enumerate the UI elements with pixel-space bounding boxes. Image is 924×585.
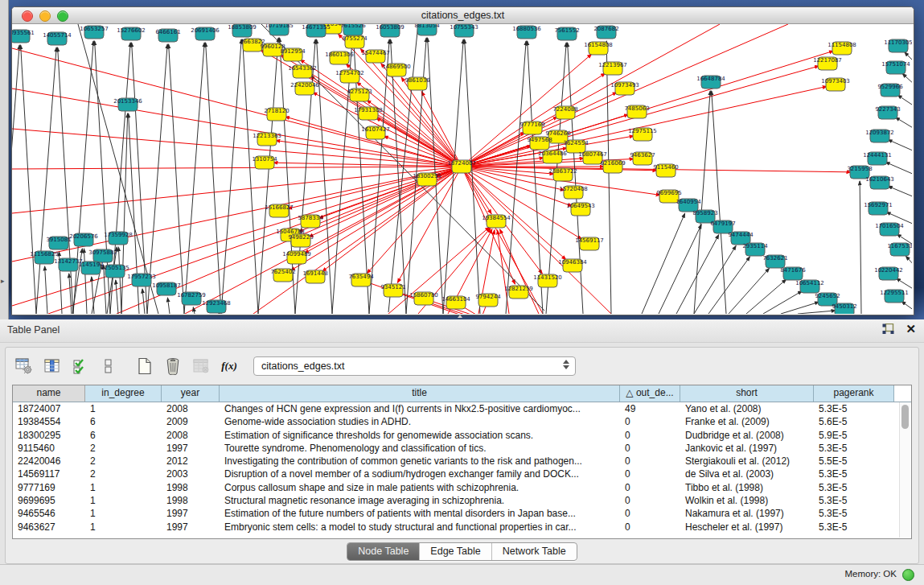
column-header-title[interactable]: title [220, 385, 620, 402]
graph-node[interactable]: 7625402 [270, 269, 295, 282]
graph-node[interactable]: 15166827 [265, 204, 294, 217]
graph-node[interactable]: 10946384 [558, 259, 587, 272]
graph-node[interactable]: 4275123 [347, 89, 372, 101]
graph-node[interactable]: 8755274 [342, 35, 368, 48]
graph-node[interactable]: 18935561 [12, 30, 35, 43]
close-window-button[interactable] [22, 10, 33, 22]
graph-node[interactable]: 9227343 [875, 106, 900, 119]
table-row[interactable]: 2242004622012Investigating the contribut… [13, 455, 911, 468]
graph-node[interactable]: 15474467 [361, 50, 390, 63]
table-row[interactable]: 911546021997Tourette syndrome. Phenomeno… [13, 442, 911, 455]
graph-node[interactable]: 9794244 [475, 294, 501, 307]
graph-node[interactable]: 9777169 [519, 122, 544, 134]
graph-node[interactable]: 12975115 [628, 128, 657, 141]
graph-node[interactable]: 11431520 [533, 274, 562, 287]
table-row[interactable]: 977716911998Corpus callosum shape and si… [13, 481, 911, 494]
graph-node[interactable]: 16107427 [361, 126, 390, 139]
graph-node[interactable]: 10220442 [874, 267, 903, 280]
graph-node[interactable]: 12821259 [504, 286, 533, 299]
graph-node[interactable]: 1167533 [887, 243, 912, 256]
graph-node[interactable]: 12923468 [202, 300, 231, 313]
graph-node[interactable]: 9450312 [832, 303, 856, 314]
graph-node[interactable]: 10654112 [795, 280, 824, 293]
network-window[interactable]: citations_edges.txt 18724007183002951938… [11, 6, 914, 315]
graph-node[interactable]: 8813054 [414, 24, 440, 35]
graph-node[interactable]: 18601306 [325, 51, 354, 64]
graph-node[interactable]: 11170305 [884, 39, 912, 52]
table-settings-button[interactable] [14, 356, 35, 377]
graph-node[interactable]: 16154808 [584, 42, 613, 55]
graph-node[interactable]: 7561552 [554, 27, 579, 40]
table-row[interactable]: 946554611997Estimation of the future num… [13, 507, 911, 520]
expand-panel-arrow-icon[interactable]: ▸ [1, 277, 5, 285]
graph-node[interactable]: 11154808 [827, 42, 856, 55]
select-all-button[interactable] [70, 356, 91, 377]
column-header-in_degree[interactable]: in_degree [85, 385, 162, 402]
tab-edge-table[interactable]: Edge Table [419, 543, 491, 560]
graph-node[interactable]: 7615526 [340, 24, 366, 35]
new-table-button[interactable] [134, 356, 155, 377]
graph-node[interactable]: 17359928 [104, 232, 133, 245]
graph-node[interactable]: 7485063 [624, 105, 649, 118]
show-columns-button[interactable] [42, 356, 63, 377]
import-table-button[interactable] [191, 356, 211, 377]
graph-node[interactable]: 20691406 [191, 27, 220, 40]
unselect-all-button[interactable] [98, 356, 119, 377]
graph-node[interactable]: 14671355 [302, 24, 331, 37]
graph-node[interactable]: 7632621 [762, 255, 787, 268]
graph-node[interactable]: 6216069 [600, 160, 625, 173]
tab-network-table[interactable]: Network Table [491, 543, 577, 560]
graph-node[interactable]: 14055714 [43, 32, 72, 45]
column-header-out_de[interactable]: △ out_de... [620, 385, 680, 402]
column-header-pagerank[interactable]: pagerank [814, 385, 894, 402]
memory-status-indicator[interactable] [902, 569, 914, 581]
network-view[interactable]: 1872400718300295193845549777169974626694… [12, 24, 912, 314]
column-header-name[interactable]: name [13, 385, 85, 402]
graph-node[interactable]: 16880536 [512, 26, 541, 39]
graph-node[interactable]: 15720408 [559, 186, 588, 199]
table-row[interactable]: 1872400712008Changes of HCN gene express… [13, 402, 911, 415]
graph-node[interactable]: 9463627 [630, 152, 655, 165]
graph-node[interactable]: 12217087 [813, 57, 842, 70]
graph-node[interactable]: 30975887 [88, 249, 117, 262]
graph-node[interactable]: 12213967 [598, 62, 627, 75]
scrollbar-thumb[interactable] [901, 405, 909, 429]
graph-node[interactable]: 6466161 [155, 29, 180, 42]
function-builder-button[interactable]: f(x) [219, 356, 240, 377]
table-row[interactable]: 1456911722003Disruption of a novel membe… [13, 468, 911, 480]
graph-node[interactable]: 10653257 [80, 26, 109, 39]
table-row[interactable]: 1938455462009Genome-wide association stu… [13, 415, 911, 428]
graph-node[interactable]: 12505135 [101, 265, 129, 278]
graph-node[interactable]: 10719185 [265, 24, 294, 35]
graph-node[interactable]: 10755343 [450, 24, 478, 37]
graph-node[interactable]: 20153346 [113, 98, 142, 111]
graph-node[interactable]: 12754702 [335, 70, 364, 83]
graph-node[interactable]: 7635494 [348, 274, 374, 286]
close-panel-icon[interactable]: ✕ [906, 323, 916, 335]
zoom-window-button[interactable] [57, 10, 68, 22]
graph-node[interactable]: 1310754 [252, 156, 277, 169]
graph-node[interactable]: 14663104 [441, 296, 470, 309]
graph-node[interactable]: 16648784 [696, 76, 725, 89]
graph-node[interactable]: 8912954 [280, 48, 306, 61]
graph-node[interactable]: 9498223 [288, 234, 313, 247]
graph-node[interactable]: 9861036 [405, 77, 430, 90]
graph-node[interactable]: 10973403 [821, 78, 850, 91]
graph-node[interactable]: 15751074 [881, 61, 910, 74]
graph-node[interactable]: 9497568 [527, 137, 552, 150]
minimize-window-button[interactable] [39, 10, 51, 22]
graph-node[interactable]: 2718120 [264, 108, 289, 121]
graph-node[interactable]: 16053809 [376, 24, 405, 37]
graph-node[interactable]: 18853809 [228, 24, 257, 37]
graph-node[interactable]: 10649543 [566, 203, 595, 216]
graph-node[interactable]: 14099489 [282, 251, 311, 264]
graph-node[interactable]: 8471676 [780, 267, 806, 280]
tab-node-table[interactable]: Node Table [347, 543, 419, 560]
graph-node[interactable]: 15860780 [409, 292, 438, 305]
column-header-year[interactable]: year [162, 385, 220, 402]
delete-table-button[interactable] [162, 356, 183, 377]
table-row[interactable]: 1830029562008Estimation of significance … [13, 429, 911, 442]
graph-node[interactable]: 2935114 [742, 243, 768, 256]
graph-node[interactable]: 2087682 [593, 26, 618, 39]
graph-node[interactable]: 23863722 [548, 168, 577, 181]
